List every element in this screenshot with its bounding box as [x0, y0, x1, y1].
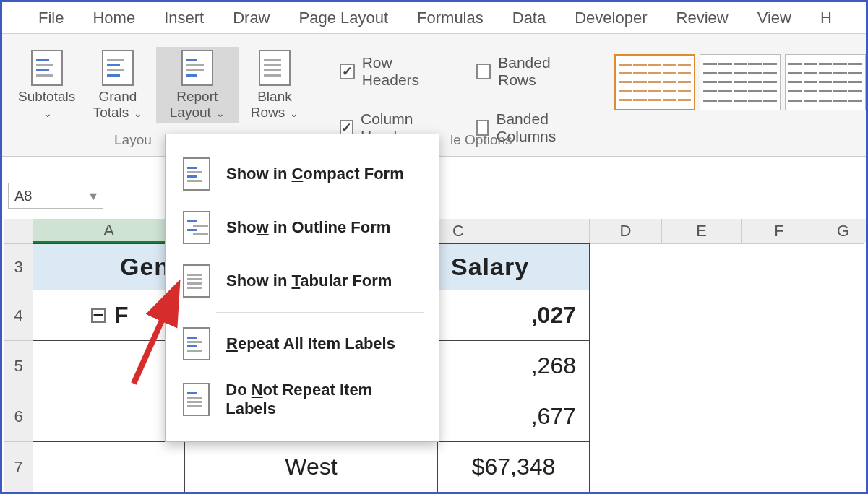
cell-a5[interactable] — [33, 340, 185, 391]
row-header-5[interactable]: 5 — [4, 340, 33, 391]
row-headers-checkbox[interactable]: Row Headers — [340, 54, 447, 89]
row-header-4[interactable]: 4 — [4, 290, 33, 340]
row-header-3[interactable]: 3 — [4, 243, 33, 290]
cell-c5[interactable]: ,268 — [438, 340, 590, 391]
dropdown-outline-form[interactable]: Show in Outline Form — [166, 201, 439, 254]
dropdown-tabular-form[interactable]: Show in Tabular Form — [166, 254, 439, 308]
style-thumb-1[interactable] — [614, 54, 695, 110]
checkbox-unchecked-icon — [476, 64, 491, 79]
compact-form-icon — [183, 157, 210, 191]
row-header-6[interactable]: 6 — [4, 391, 33, 441]
cell-a7[interactable] — [33, 441, 185, 492]
dropdown-compact-form[interactable]: Show in Compact Form — [166, 147, 439, 201]
subtotals-button[interactable]: Subtotals⌄ — [14, 47, 80, 124]
blank-rows-button[interactable]: Blank Rows ⌄ — [239, 47, 311, 124]
cell-b7[interactable]: West — [185, 441, 438, 492]
row-header-7[interactable]: 7 — [4, 441, 33, 492]
cell-c6[interactable]: ,677 — [438, 391, 590, 441]
menu-insert[interactable]: Insert — [150, 2, 218, 34]
menu-review[interactable]: Review — [662, 2, 743, 34]
pivottable-styles-gallery[interactable] — [585, 47, 866, 110]
no-repeat-labels-icon — [183, 383, 210, 416]
grand-totals-button[interactable]: Grand Totals ⌄ — [80, 47, 155, 124]
checkbox-checked-icon — [340, 64, 355, 79]
menu-view[interactable]: View — [743, 2, 806, 34]
menu-cut[interactable]: H — [806, 2, 846, 34]
cell-a6[interactable] — [33, 391, 185, 441]
blank-rows-icon — [259, 50, 291, 86]
group-label-style-options: le Options — [450, 132, 512, 148]
name-box[interactable]: A8 ▾ — [8, 183, 103, 209]
menu-bar: File Home Insert Draw Page Layout Formul… — [2, 2, 866, 34]
collapse-icon[interactable]: − — [91, 308, 106, 323]
cell-a3[interactable]: Gene — [33, 243, 185, 290]
group-label-layout: Layou — [114, 132, 152, 148]
outline-form-icon — [183, 211, 210, 244]
report-layout-dropdown: Show in Compact Form Show in Outline For… — [165, 134, 439, 442]
menu-home[interactable]: Home — [78, 2, 150, 34]
report-layout-button[interactable]: Report Layout ⌄ — [156, 47, 239, 124]
dropdown-no-repeat-labels[interactable]: Do Not Repeat Item Labels — [166, 370, 439, 428]
style-options-group: Row Headers Column Headers Banded Rows B… — [311, 47, 585, 145]
dropdown-repeat-labels[interactable]: Repeat All Item Labels — [166, 317, 439, 370]
repeat-labels-icon — [183, 327, 210, 360]
cell-c7[interactable]: $67,348 — [438, 441, 590, 492]
banded-rows-checkbox[interactable]: Banded Rows — [476, 54, 585, 89]
menu-file[interactable]: File — [24, 2, 78, 34]
style-thumb-3[interactable] — [785, 54, 866, 110]
select-all-corner[interactable] — [4, 219, 33, 243]
col-header-e[interactable]: E — [662, 219, 742, 243]
col-header-c[interactable]: C — [438, 219, 590, 243]
cell-a4[interactable]: − F — [33, 290, 185, 340]
menu-page-layout[interactable]: Page Layout — [285, 2, 403, 34]
menu-draw[interactable]: Draw — [218, 2, 284, 34]
report-layout-icon — [181, 50, 213, 86]
chevron-down-icon: ▾ — [90, 187, 97, 204]
col-header-a[interactable]: A — [33, 219, 185, 243]
cell-c3[interactable]: Salary — [438, 243, 590, 290]
menu-data[interactable]: Data — [498, 2, 560, 34]
col-header-d[interactable]: D — [590, 219, 662, 243]
grand-totals-icon — [102, 50, 134, 86]
subtotals-icon — [31, 50, 63, 86]
tabular-form-icon — [183, 264, 210, 298]
style-thumb-2[interactable] — [700, 54, 781, 110]
col-header-g[interactable]: G — [817, 219, 868, 243]
col-header-f[interactable]: F — [742, 219, 817, 243]
cell-c4[interactable]: ,027 — [438, 290, 590, 340]
menu-formulas[interactable]: Formulas — [403, 2, 498, 34]
menu-developer[interactable]: Developer — [560, 2, 661, 34]
